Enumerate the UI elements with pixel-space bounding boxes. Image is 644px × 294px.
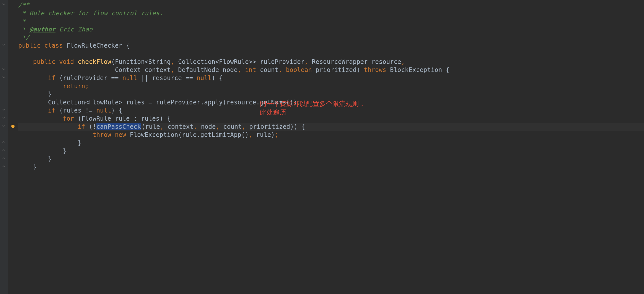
code-line[interactable]: /** (18, 1, 644, 9)
semicolon: ; (275, 131, 279, 138)
code-line[interactable] (18, 50, 644, 58)
code-text: ResourceWrapper resource (312, 58, 401, 65)
javadoc-tag: @author (29, 26, 56, 33)
fold-toggle-icon[interactable] (2, 156, 6, 161)
fold-toggle-icon[interactable] (2, 124, 6, 128)
code-text: (rule (141, 123, 160, 130)
indent (18, 75, 48, 82)
code-line[interactable]: * Rule checker for flow control rules. (18, 9, 644, 17)
annotation-line: 此处遍历 (260, 108, 365, 117)
brace: } (48, 91, 52, 98)
fold-toggle-icon[interactable] (2, 164, 6, 169)
comma: , (249, 131, 256, 138)
fold-toggle-icon[interactable] (2, 67, 6, 71)
code-line[interactable]: return; (18, 82, 644, 90)
code-text: prioritized)) { (249, 123, 305, 130)
code-text: count (223, 123, 242, 130)
comment-text: /** (18, 2, 29, 9)
fold-toggle-icon[interactable] (2, 148, 6, 153)
code-line[interactable]: if (ruleProvider == null || resource == … (18, 74, 644, 82)
fold-toggle-icon[interactable] (2, 2, 6, 7)
method-name: checkFlow (78, 58, 111, 65)
comma: , (171, 66, 178, 74)
fold-toggle-icon[interactable] (2, 116, 6, 120)
code-text: (Function<String (111, 58, 171, 65)
code-line[interactable]: * @author Eric Zhao (18, 25, 644, 33)
comma: , (401, 58, 405, 65)
code-text: prioritized) (316, 66, 364, 74)
keyword: null (197, 75, 212, 82)
annotation-overlay: 同一个资源可以配置多个限流规则， 此处遍历 (260, 99, 365, 117)
keyword: void (59, 58, 78, 65)
fold-gutter (0, 0, 8, 294)
fold-toggle-icon[interactable] (2, 107, 6, 112)
fold-toggle-icon[interactable] (2, 43, 6, 47)
code-line[interactable]: } (18, 139, 644, 147)
fold-toggle-icon[interactable] (2, 75, 6, 80)
indent (18, 91, 48, 98)
brace: } (78, 139, 81, 146)
fold-toggle-icon[interactable] (2, 140, 6, 144)
keyword: null (122, 75, 141, 82)
code-line[interactable]: public void checkFlow(Function<String, C… (18, 58, 644, 66)
keyword: if (78, 123, 89, 130)
code-editor[interactable]: /** * Rule checker for flow control rule… (0, 0, 644, 294)
keyword: if (48, 107, 59, 114)
code-text: || resource == (141, 75, 197, 82)
keyword: throw (93, 131, 115, 138)
class-name: FlowRuleChecker (66, 42, 126, 49)
keyword: throws (364, 66, 390, 74)
code-line[interactable]: } (18, 147, 644, 155)
keyword: return; (63, 83, 89, 90)
comma: , (238, 66, 245, 74)
comma: , (160, 123, 167, 130)
code-text: (ruleProvider == (59, 75, 122, 82)
code-text: Collection<FlowRule>> ruleProvider (178, 58, 304, 65)
code-text: BlockException { (390, 66, 449, 74)
code-text: context (167, 123, 194, 130)
comma: , (171, 58, 178, 65)
code-line[interactable]: Context context, DefaultNode node, int c… (18, 66, 644, 74)
selected-text: canPassCheck (96, 123, 141, 130)
comment-text: */ (18, 34, 29, 41)
code-line[interactable]: } (18, 155, 644, 163)
indent (18, 115, 63, 122)
brace: { (126, 42, 130, 49)
code-line[interactable]: throw new FlowException(rule.getLimitApp… (18, 131, 644, 139)
indent (18, 107, 48, 114)
code-line[interactable]: */ (18, 33, 644, 42)
keyword: boolean (286, 66, 316, 74)
code-area[interactable]: /** * Rule checker for flow control rule… (18, 0, 644, 294)
comma: , (194, 123, 201, 130)
keyword: for (63, 115, 78, 122)
code-line[interactable]: public class FlowRuleChecker { (18, 42, 644, 50)
code-text: DefaultNode node (178, 66, 238, 74)
icon-gutter (8, 0, 18, 294)
code-text: ) { (212, 75, 223, 82)
keyword: public (33, 58, 59, 65)
code-line[interactable]: * (18, 17, 644, 25)
comment-text: * (18, 26, 29, 33)
keyword: new (115, 131, 130, 138)
comma: , (304, 58, 312, 65)
intention-bulb-icon[interactable] (10, 124, 16, 130)
code-text: (FlowRule rule : rules) { (78, 115, 171, 122)
keyword: class (44, 42, 67, 49)
indent (18, 139, 78, 146)
indent (18, 148, 63, 155)
keyword: public (18, 42, 44, 49)
indent (18, 131, 93, 138)
indent (18, 83, 63, 90)
code-line[interactable]: } (18, 163, 644, 171)
code-text: (! (89, 123, 96, 130)
brace: } (48, 156, 52, 163)
comment-text: * (18, 18, 26, 25)
brace: } (63, 148, 67, 155)
code-text: count (260, 66, 278, 74)
brace: } (33, 164, 37, 171)
keyword: int (245, 66, 260, 74)
comma: , (279, 66, 286, 74)
code-line-current[interactable]: if (!canPassCheck(rule, context, node, c… (18, 123, 644, 131)
code-text: Context context (115, 66, 171, 74)
code-line[interactable]: } (18, 90, 644, 98)
